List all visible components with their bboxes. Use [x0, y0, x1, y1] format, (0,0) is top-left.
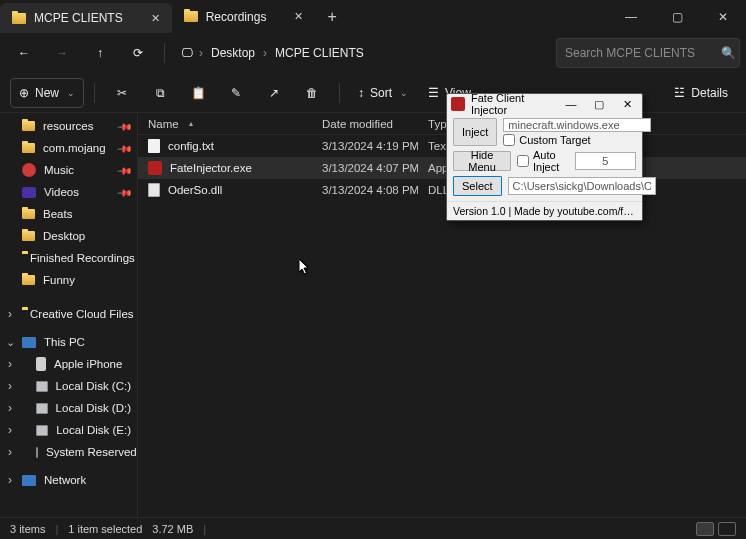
paste-button[interactable]: 📋: [181, 78, 215, 108]
details-button[interactable]: ☳ Details: [666, 78, 736, 108]
sidebar-item-label: Videos: [44, 186, 79, 198]
pin-icon: 📌: [117, 162, 133, 178]
inject-button[interactable]: Inject: [453, 118, 497, 146]
sidebar-item-label: Local Disk (E:): [56, 424, 131, 436]
copy-button[interactable]: ⧉: [143, 78, 177, 108]
tab-mcpe-clients[interactable]: MCPE CLIENTS ✕: [0, 3, 172, 33]
tab-close-icon[interactable]: ✕: [294, 10, 303, 23]
column-label: Name: [148, 118, 179, 130]
view-details-button[interactable]: [696, 522, 714, 536]
column-headers: Name▴ Date modified Type: [138, 113, 746, 135]
dialog-footer: Version 1.0 | Made by youtube.com/fligge…: [447, 201, 642, 220]
view-thumbnails-button[interactable]: [718, 522, 736, 536]
sidebar-item-commojang[interactable]: com.mojang📌: [0, 137, 137, 159]
sidebar-item-iphone[interactable]: Apple iPhone: [0, 353, 137, 375]
separator: [164, 43, 165, 63]
share-button[interactable]: ↗: [257, 78, 291, 108]
delay-input[interactable]: [575, 152, 637, 170]
refresh-button[interactable]: ⟳: [120, 37, 156, 69]
column-name[interactable]: Name▴: [138, 118, 312, 130]
sidebar-item-label: This PC: [44, 336, 85, 348]
sidebar-item-label: Finished Recordings: [30, 252, 135, 264]
crumb-desktop[interactable]: Desktop: [209, 42, 257, 64]
select-button[interactable]: Select: [453, 176, 502, 196]
auto-inject-checkbox[interactable]: Auto Inject: [517, 149, 569, 173]
disk-icon: [36, 425, 48, 436]
column-date[interactable]: Date modified: [312, 118, 418, 130]
sidebar-item-desktop[interactable]: Desktop: [0, 225, 137, 247]
new-tab-button[interactable]: +: [315, 0, 348, 33]
window-controls: — ▢ ✕: [608, 0, 746, 33]
new-label: New: [35, 86, 59, 100]
folder-icon: [22, 209, 35, 219]
file-name: OderSo.dll: [168, 184, 222, 196]
tab-label: Recordings: [206, 10, 267, 24]
sidebar-item-label: Creative Cloud Files |: [30, 308, 137, 320]
new-button[interactable]: ⊕ New ⌄: [10, 78, 84, 108]
dialog-minimize-button[interactable]: —: [560, 96, 582, 112]
search-box[interactable]: 🔍: [556, 38, 740, 68]
maximize-button[interactable]: ▢: [654, 0, 700, 33]
separator: |: [55, 523, 58, 535]
sidebar-item-network[interactable]: Network: [0, 469, 137, 491]
sidebar-item-this-pc[interactable]: This PC: [0, 331, 137, 353]
folder-icon: [184, 11, 198, 22]
crumb-folder[interactable]: MCPE CLIENTS: [273, 42, 366, 64]
dll-path-input[interactable]: [508, 177, 656, 195]
sidebar-item-music[interactable]: Music📌: [0, 159, 137, 181]
sidebar-item-beats[interactable]: Beats: [0, 203, 137, 225]
sidebar-item-finished-recordings[interactable]: Finished Recordings: [0, 247, 137, 269]
folder-icon: [22, 143, 35, 153]
sort-button[interactable]: ↕ Sort ⌄: [350, 78, 416, 108]
tab-close-icon[interactable]: ✕: [151, 12, 160, 25]
sidebar-item-label: Music: [44, 164, 74, 176]
search-input[interactable]: [565, 46, 715, 60]
back-button[interactable]: ←: [6, 37, 42, 69]
dialog-close-button[interactable]: ✕: [616, 96, 638, 112]
disk-icon: [36, 403, 48, 414]
details-icon: ☳: [674, 86, 685, 100]
sidebar-item-label: Funny: [43, 274, 75, 286]
network-icon: [22, 475, 36, 486]
tab-label: MCPE CLIENTS: [34, 11, 123, 25]
file-row[interactable]: FateInjector.exe 3/13/2024 4:07 PM Appl: [138, 157, 746, 179]
sidebar-item-system-reserved[interactable]: System Reserved (F: [0, 441, 137, 463]
file-row[interactable]: config.txt 3/13/2024 4:19 PM Text: [138, 135, 746, 157]
view-icon: ☰: [428, 86, 439, 100]
file-name: config.txt: [168, 140, 214, 152]
sidebar-item-videos[interactable]: Videos📌: [0, 181, 137, 203]
dialog-maximize-button[interactable]: ▢: [588, 96, 610, 112]
sidebar-item-funny[interactable]: Funny: [0, 269, 137, 291]
dialog-titlebar[interactable]: Fate Client Injector — ▢ ✕: [447, 94, 642, 114]
up-button[interactable]: ↑: [82, 37, 118, 69]
process-input[interactable]: [503, 118, 651, 132]
cut-button[interactable]: ✂: [105, 78, 139, 108]
folder-icon: [22, 121, 35, 131]
sidebar-item-disk-c[interactable]: Local Disk (C:): [0, 375, 137, 397]
sidebar-item-creative-cloud[interactable]: Creative Cloud Files |: [0, 303, 137, 325]
forward-button[interactable]: →: [44, 37, 80, 69]
tab-recordings[interactable]: Recordings ✕: [172, 0, 316, 33]
plus-icon: ⊕: [19, 86, 29, 100]
sidebar-item-disk-e[interactable]: Local Disk (E:): [0, 419, 137, 441]
minimize-button[interactable]: —: [608, 0, 654, 33]
chevron-right-icon: ›: [263, 46, 267, 60]
hide-menu-button[interactable]: Hide Menu: [453, 151, 511, 171]
separator: |: [203, 523, 206, 535]
close-button[interactable]: ✕: [700, 0, 746, 33]
mouse-cursor: [299, 259, 311, 275]
custom-target-checkbox[interactable]: Custom Target: [503, 134, 651, 146]
sidebar-item-resources[interactable]: resources📌: [0, 115, 137, 137]
sidebar-item-disk-d[interactable]: Local Disk (D:): [0, 397, 137, 419]
folder-icon: [22, 231, 35, 241]
delete-button[interactable]: 🗑: [295, 78, 329, 108]
checkbox-input[interactable]: [517, 155, 529, 167]
rename-button[interactable]: ✎: [219, 78, 253, 108]
checkbox-label: Auto Inject: [533, 149, 569, 173]
sidebar-item-label: Local Disk (D:): [56, 402, 131, 414]
sort-asc-icon: ▴: [189, 119, 193, 128]
breadcrumb[interactable]: 🖵 › Desktop › MCPE CLIENTS: [173, 42, 554, 64]
checkbox-input[interactable]: [503, 134, 515, 146]
status-selected: 1 item selected: [68, 523, 142, 535]
sidebar-item-label: com.mojang: [43, 142, 106, 154]
